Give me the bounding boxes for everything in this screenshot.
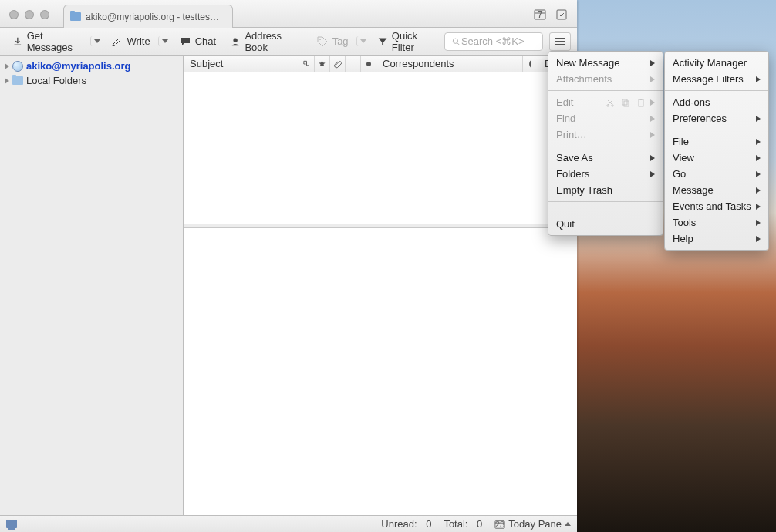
chat-button[interactable]: Chat — [173, 32, 222, 51]
folder-icon — [70, 12, 81, 21]
menu-events-tasks[interactable]: Events and Tasks — [665, 198, 768, 214]
svg-rect-15 — [624, 101, 629, 106]
svg-line-8 — [457, 42, 460, 45]
column-junk-icon[interactable] — [523, 56, 538, 72]
write-dropdown[interactable] — [158, 36, 171, 46]
submenu-arrow-icon — [650, 116, 655, 122]
menu-empty-trash[interactable]: Empty Trash — [548, 182, 663, 198]
local-folders-tree-item[interactable]: Local Folders — [0, 73, 183, 88]
message-list[interactable] — [184, 72, 577, 224]
menu-file[interactable]: File — [665, 133, 768, 150]
submenu-arrow-icon — [756, 139, 761, 145]
search-input[interactable] — [461, 35, 536, 47]
address-book-button[interactable]: Address Book — [224, 27, 307, 56]
menu-save-as[interactable]: Save As — [548, 150, 663, 166]
app-menu-side-popup: Activity Manager Message Filters Add-ons… — [664, 51, 769, 251]
menu-addons[interactable]: Add-ons — [665, 94, 768, 110]
tag-label: Tag — [332, 35, 349, 47]
total-count: Total: 0 — [444, 518, 482, 530]
column-correspondents[interactable]: Correspondents — [376, 56, 523, 72]
submenu-arrow-icon — [650, 171, 655, 177]
unread-count: Unread: 0 — [381, 518, 431, 530]
submenu-arrow-icon — [650, 132, 655, 138]
folder-icon — [12, 76, 23, 85]
svg-point-13 — [612, 104, 613, 106]
get-messages-dropdown[interactable] — [90, 36, 103, 46]
mail-tab[interactable]: akiko@myriapolis.org - testtes… — [63, 5, 233, 28]
submenu-arrow-icon — [650, 155, 655, 161]
write-button[interactable]: Write — [105, 32, 157, 51]
mail-window: akiko@myriapolis.org - testtes… 7 Get Me… — [0, 0, 577, 532]
write-label: Write — [127, 35, 150, 47]
menu-new-message[interactable]: New Message — [548, 55, 663, 71]
submenu-arrow-icon — [650, 60, 655, 66]
menu-separator — [548, 90, 663, 91]
svg-rect-14 — [622, 99, 627, 105]
local-folders-label: Local Folders — [26, 75, 86, 86]
menu-find: Find — [548, 110, 663, 126]
menu-separator — [548, 146, 663, 146]
menu-quit[interactable]: Quit — [548, 216, 663, 232]
tasks-icon[interactable] — [555, 8, 568, 21]
svg-point-5 — [234, 38, 238, 42]
menu-folders[interactable]: Folders — [548, 166, 663, 182]
svg-point-7 — [454, 39, 458, 43]
svg-rect-16 — [639, 99, 643, 106]
menu-view[interactable]: View — [665, 150, 768, 166]
disclosure-icon[interactable] — [5, 78, 9, 84]
column-subject[interactable]: Subject — [184, 56, 299, 72]
column-thread-icon[interactable] — [299, 56, 315, 72]
maximize-window-button[interactable] — [40, 10, 49, 19]
calendar-icon[interactable]: 7 — [534, 8, 546, 21]
search-box[interactable] — [444, 32, 543, 51]
column-star-icon[interactable] — [315, 56, 330, 72]
online-status-icon[interactable] — [6, 520, 17, 528]
app-menu-popup: New Message Attachments Edit Find Print…… — [548, 51, 663, 236]
search-icon — [451, 36, 461, 47]
submenu-arrow-icon — [756, 204, 761, 210]
menu-help[interactable]: Help — [665, 231, 768, 247]
quick-filter-label: Quick Filter — [392, 30, 437, 53]
today-pane-button[interactable]: 23 Today Pane — [494, 518, 571, 530]
paste-icon — [636, 98, 646, 107]
submenu-arrow-icon — [756, 171, 761, 177]
get-messages-button[interactable]: Get Messages — [6, 27, 89, 56]
menu-preferences[interactable]: Preferences — [665, 110, 768, 126]
submenu-arrow-icon — [650, 76, 655, 82]
chat-label: Chat — [195, 35, 216, 47]
menu-go[interactable]: Go — [665, 166, 768, 182]
main-toolbar: Get Messages Write Chat Address Book Tag — [0, 28, 577, 56]
globe-icon — [12, 61, 23, 72]
chevron-up-icon — [565, 522, 571, 526]
submenu-arrow-icon — [756, 236, 761, 242]
column-attachment-icon[interactable] — [330, 56, 346, 72]
menu-separator — [548, 201, 663, 202]
menu-attachments: Attachments — [548, 71, 663, 87]
tab-title: akiko@myriapolis.org - testtes… — [86, 12, 219, 22]
column-headers: Subject Correspondents Date — [184, 56, 577, 72]
hamburger-icon — [555, 41, 565, 42]
menu-separator — [665, 90, 768, 91]
close-window-button[interactable] — [9, 10, 19, 19]
svg-rect-3 — [557, 10, 566, 19]
menu-print: Print… — [548, 126, 663, 143]
calendar-icon: 23 — [494, 519, 505, 530]
menu-separator — [665, 130, 768, 130]
column-read-icon[interactable] — [361, 56, 376, 72]
tag-button[interactable]: Tag — [310, 32, 355, 51]
submenu-arrow-icon — [650, 99, 655, 106]
folder-sidebar: akiko@myriapolis.org Local Folders — [0, 56, 184, 515]
disclosure-icon[interactable] — [5, 63, 9, 69]
minimize-window-button[interactable] — [25, 10, 34, 19]
quick-filter-button[interactable]: Quick Filter — [371, 27, 444, 56]
menu-message[interactable]: Message — [665, 182, 768, 198]
menu-activity-manager[interactable]: Activity Manager — [665, 55, 768, 71]
cut-icon — [606, 98, 615, 107]
tag-dropdown[interactable] — [356, 36, 369, 46]
app-menu-button[interactable] — [549, 32, 571, 51]
menu-tools[interactable]: Tools — [665, 214, 768, 231]
menu-message-filters[interactable]: Message Filters — [665, 71, 768, 87]
account-tree-item[interactable]: akiko@myriapolis.org — [0, 59, 183, 73]
main-area: akiko@myriapolis.org Local Folders Subje… — [0, 56, 577, 515]
svg-rect-17 — [640, 99, 643, 100]
